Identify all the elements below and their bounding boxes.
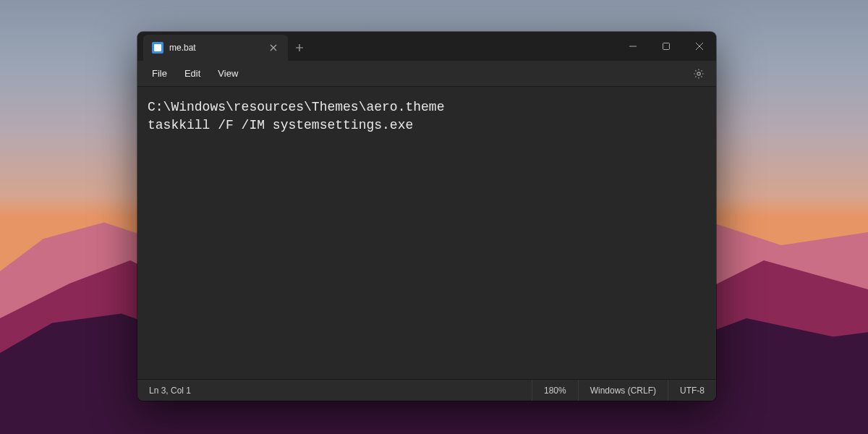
menubar: File Edit View [137, 61, 716, 87]
menu-file[interactable]: File [143, 64, 176, 83]
close-tab-button[interactable] [266, 41, 281, 55]
notepad-icon [152, 42, 163, 54]
notepad-window: me.bat File Edit View [137, 32, 716, 401]
maximize-button[interactable] [650, 32, 683, 61]
cursor-position[interactable]: Ln 3, Col 1 [137, 380, 203, 401]
svg-point-1 [697, 72, 700, 75]
menu-edit[interactable]: Edit [176, 64, 209, 83]
svg-rect-0 [663, 43, 670, 50]
window-controls [616, 32, 716, 61]
statusbar: Ln 3, Col 1 180% Windows (CRLF) UTF-8 [137, 379, 716, 401]
text-editor[interactable]: C:\Windows\resources\Themes\aero.theme t… [137, 87, 716, 379]
encoding[interactable]: UTF-8 [668, 380, 716, 401]
close-window-button[interactable] [683, 32, 716, 61]
new-tab-button[interactable] [288, 35, 311, 61]
titlebar[interactable]: me.bat [137, 32, 716, 61]
settings-button[interactable] [687, 62, 710, 85]
menu-view[interactable]: View [209, 64, 247, 83]
zoom-level[interactable]: 180% [532, 380, 578, 401]
line-endings[interactable]: Windows (CRLF) [578, 380, 668, 401]
document-tab[interactable]: me.bat [143, 35, 288, 61]
tab-title: me.bat [169, 43, 260, 53]
gear-icon [693, 68, 705, 80]
minimize-button[interactable] [616, 32, 650, 61]
